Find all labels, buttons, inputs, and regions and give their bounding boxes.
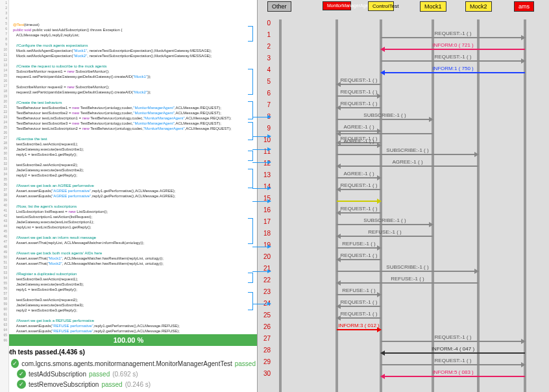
code-and-results-panel: 1 2 3 4 5 6 7 8 9 10 11 12 13 14 15 16 1… xyxy=(0,0,257,392)
row-number: 23 xyxy=(259,288,271,295)
brace-link xyxy=(248,292,253,310)
link-arrow xyxy=(252,201,271,202)
message-label: REQUEST:-1 ( ) xyxy=(337,206,381,212)
link-arrow xyxy=(252,162,271,163)
link-arrow xyxy=(252,136,271,137)
test-name: testAddSubscription xyxy=(29,371,86,378)
message-label: REQUEST:-1 ( ) xyxy=(337,311,381,317)
test-case-row[interactable]: ✓ testRemoveSubscription passed (0.246 s… xyxy=(17,379,256,389)
brace-link xyxy=(248,273,253,283)
suite-status: passed xyxy=(235,360,256,367)
lifeline xyxy=(279,19,282,392)
message-label: SUBSCRIBE:-1 ( ) xyxy=(337,112,433,118)
brace-link xyxy=(248,69,253,95)
message-label: SUBSCRIBE:-1 ( ) xyxy=(337,147,478,153)
row-number: 22 xyxy=(259,276,271,284)
link-arrow xyxy=(252,117,271,117)
actor-monitor-manager[interactable]: MonitorManagerAgent xyxy=(323,1,351,10)
test-case-row[interactable]: ✓ testAddSubscription passed (0.692 s) xyxy=(17,369,256,379)
row-number: 28 xyxy=(259,347,271,354)
row-number: 4 xyxy=(259,66,271,73)
row-number: 25 xyxy=(259,312,271,319)
test-status: passed xyxy=(89,371,110,378)
row-number: 1 xyxy=(259,31,271,38)
brace-link xyxy=(248,122,253,140)
test-suite-row[interactable]: ▾ ✓ com.lgcns.smons.agents.monitormanage… xyxy=(4,358,256,369)
row-number: 13 xyxy=(259,171,271,178)
actor-mock2[interactable]: Mock2 xyxy=(465,1,492,12)
message-label: SUBSCRIBE:-1 ( ) xyxy=(337,217,433,223)
msg-request[interactable]: REQUEST:-1 ( ) xyxy=(337,189,381,195)
message-label: REQUEST:-1 ( ) xyxy=(337,299,381,305)
message-label: AGREE:-1 ( ) xyxy=(337,171,381,177)
message-label: INFORM:0 ( 721 ) xyxy=(381,42,525,48)
row-number: 2 xyxy=(259,43,271,50)
brace-link xyxy=(248,169,253,188)
message-label: REQUEST:-1 ( ) xyxy=(381,358,525,363)
row-number: 26 xyxy=(259,323,271,330)
test-time: (0.692 s) xyxy=(112,371,138,378)
actors-layer: Other MonitorManagerAgent ControlTest Mo… xyxy=(258,0,549,392)
message-label: REFUSE:-1 ( ) xyxy=(337,276,478,282)
actor-control-test[interactable]: ControlTest xyxy=(368,1,394,11)
row-number: 17 xyxy=(259,218,271,225)
row-number: 16 xyxy=(259,206,271,214)
row-number: 20 xyxy=(259,253,271,260)
message-label: AGREE:-1 ( ) xyxy=(337,138,381,144)
row-number: 30 xyxy=(259,370,271,377)
test-results-panel: Both tests passed.(4.436 s) ▾ ✓ com.lgcn… xyxy=(0,346,257,392)
link-arrow xyxy=(252,271,271,272)
row-number: 6 xyxy=(259,90,271,97)
code-content: @Test(timeout) public void public void t… xyxy=(13,17,254,334)
brace-link xyxy=(248,26,253,42)
row-number: 29 xyxy=(259,358,271,365)
link-arrow xyxy=(252,149,271,150)
row-number: 5 xyxy=(259,78,271,85)
link-arrow xyxy=(252,304,271,304)
test-status: passed xyxy=(101,381,122,388)
message-label: REQUEST:-1 ( ) xyxy=(337,77,381,83)
message-label: REFUSE:-1 ( ) xyxy=(337,288,381,293)
check-icon: ✓ xyxy=(17,369,26,378)
test-time: (0.246 s) xyxy=(125,381,151,388)
actor-ams[interactable]: ams xyxy=(514,1,534,12)
progress-bar: 100.00 % xyxy=(0,334,257,346)
row-number: 27 xyxy=(259,335,271,342)
msg-inform[interactable]: INFORM:3 ( 012 ) xyxy=(337,329,381,335)
message-label: REQUEST:-1 ( ) xyxy=(337,89,381,95)
row-number: 9 xyxy=(259,125,271,132)
link-arrow xyxy=(252,188,271,189)
link-arrow xyxy=(252,247,271,247)
brace-link xyxy=(248,218,253,244)
message-label: INFORM:3 ( 012 ) xyxy=(337,323,381,328)
msg-inform[interactable]: INFORM:1 ( 750 ) xyxy=(381,72,525,78)
check-icon: ✓ xyxy=(11,359,19,368)
code-editor[interactable]: 1 2 3 4 5 6 7 8 9 10 11 12 13 14 15 16 1… xyxy=(0,0,257,334)
test-name: testRemoveSubscription xyxy=(29,381,99,388)
check-icon: ✓ xyxy=(17,380,26,389)
message-label: REQUEST:-1 ( ) xyxy=(381,31,525,36)
message-label: REFUSE:-1 ( ) xyxy=(337,229,433,235)
row-number: 0 xyxy=(259,19,271,27)
line-gutter: 1 2 3 4 5 6 7 8 9 10 11 12 13 14 15 16 1… xyxy=(0,0,9,334)
method-signature: public void testAddSubscription() throws… xyxy=(32,28,120,32)
message-label: REQUEST:-1 ( ) xyxy=(337,252,381,258)
brace-link xyxy=(248,151,253,161)
message-label: SUBSCRIBE:-1 ( ) xyxy=(337,264,478,270)
tests-summary: Both tests passed.(4.436 s) xyxy=(1,349,256,356)
message-label: REFUSE:-1 ( ) xyxy=(337,241,381,247)
message-label: REQUEST:-1 ( ) xyxy=(381,54,525,60)
actor-mock1[interactable]: Mock1 xyxy=(420,1,446,12)
row-number: 7 xyxy=(259,101,271,108)
message-label: INFORM:1 ( 750 ) xyxy=(381,66,525,71)
suite-name: com.lgcns.smons.agents.monitormanagement… xyxy=(21,360,232,367)
row-number: 18 xyxy=(259,230,271,237)
message-label: INFORM:-4 ( 047 ) xyxy=(381,346,525,352)
message-label: INFORM:5 ( 083 ) xyxy=(381,369,525,375)
message-label: REQUEST:-1 ( ) xyxy=(381,334,525,340)
message-label: REQUEST:-1 ( ) xyxy=(337,101,381,106)
actor-other[interactable]: Other xyxy=(267,1,291,12)
message-label: REQUEST:-1 ( ) xyxy=(337,182,381,188)
msg-inform[interactable]: INFORM:5 ( 083 ) xyxy=(381,376,525,382)
sequence-diagram-panel[interactable]: Other MonitorManagerAgent ControlTest Mo… xyxy=(257,0,549,392)
